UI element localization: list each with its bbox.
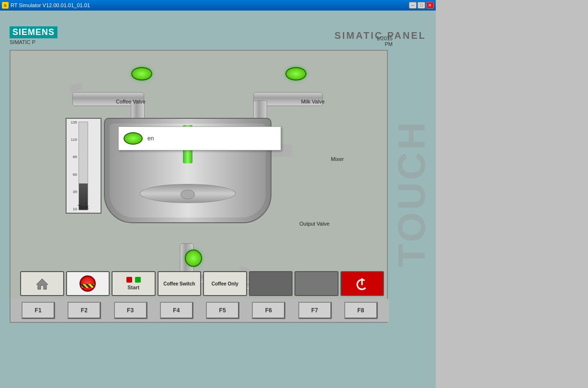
propeller-center (181, 190, 195, 199)
label-milk-valve: Milk Valve (301, 99, 325, 104)
level-110: 110 (67, 137, 78, 142)
start-label: Start (127, 285, 139, 290)
popup-text: en (147, 135, 276, 142)
app-icon: S (2, 2, 9, 9)
start-button[interactable]: Start (112, 271, 156, 296)
estop-stripe (81, 284, 94, 288)
output-valve-indicator (185, 250, 202, 267)
title-text: RT Simulator V12.00.01.01_01.01 (11, 2, 90, 8)
start-indicators (126, 277, 141, 283)
estop-circle (79, 275, 96, 292)
level-60: 60 (67, 172, 78, 177)
level-35: 35 (67, 190, 78, 194)
indicator-green (135, 277, 141, 283)
label-tank: Tank (78, 204, 89, 210)
estop-button[interactable] (66, 271, 110, 296)
power-icon (354, 276, 370, 291)
fkey-f1[interactable]: F1 (22, 302, 55, 319)
datetime-date: 1/2015 (376, 35, 393, 41)
fkey-f6[interactable]: F6 (252, 302, 285, 319)
dark-button-2[interactable] (294, 271, 339, 296)
power-button[interactable] (340, 271, 384, 296)
fkey-bar: F1 F2 F3 F4 F5 F6 F7 F8 (11, 299, 389, 322)
siemens-logo: SIEMENS (10, 26, 57, 38)
level-indicator: 135 110 85 60 35 10 (66, 118, 102, 214)
fkey-f7[interactable]: F7 (298, 302, 332, 319)
main-panel: Coffee Valve Milk Valve 135 110 85 60 35… (10, 50, 388, 323)
maximize-button[interactable]: □ (418, 2, 425, 9)
label-mixer: Mixer (331, 156, 344, 162)
datetime-area: 1/2015 PM (376, 35, 393, 47)
touch-text: TOUCH (393, 120, 431, 267)
bottom-toolbar: Start Coffee Switch Coffee Only (20, 269, 384, 298)
svg-marker-7 (36, 279, 48, 289)
fkey-f4[interactable]: F4 (160, 302, 193, 319)
level-85: 85 (67, 155, 78, 159)
home-button[interactable] (20, 271, 64, 296)
simatic-label: SIMATIC P (10, 39, 57, 45)
label-coffee-valve: Coffee Valve (116, 99, 146, 104)
siemens-header: SIEMENS SIMATIC P 1/2015 PM SIMATIC PANE… (0, 21, 436, 50)
coffee-switch-button[interactable]: Coffee Switch (158, 271, 202, 296)
fkey-f2[interactable]: F2 (68, 302, 101, 319)
level-135: 135 (67, 120, 78, 125)
popup-green-dot (124, 132, 143, 145)
level-bar-bg (79, 122, 88, 210)
minimize-button[interactable]: ─ (409, 2, 417, 9)
level-10: 10 (67, 207, 78, 211)
label-output-valve: Output Valve (299, 221, 329, 227)
coffee-valve-indicator (131, 67, 152, 80)
title-bar-text: S RT Simulator V12.00.01.01_01.01 (2, 2, 90, 9)
level-scale: 135 110 85 60 35 10 (67, 119, 78, 213)
title-bar: S RT Simulator V12.00.01.01_01.01 ─ □ ✕ (0, 0, 436, 11)
start-box: Start (126, 277, 141, 290)
datetime-time: PM (376, 41, 393, 47)
touch-watermark: TOUCH (393, 50, 431, 337)
dark-button-1[interactable] (249, 271, 293, 296)
coffee-only-label: Coffee Only (212, 281, 238, 286)
coffee-switch-label: Coffee Switch (163, 281, 195, 286)
fkey-f3[interactable]: F3 (114, 302, 147, 319)
fkey-f8[interactable]: F8 (344, 302, 378, 319)
siemens-logo-area: SIEMENS SIMATIC P (10, 26, 57, 45)
panel-container: SIEMENS SIMATIC P 1/2015 PM SIMATIC PANE… (0, 11, 436, 388)
coffee-only-button[interactable]: Coffee Only (203, 271, 247, 296)
close-button[interactable]: ✕ (426, 2, 434, 9)
fkey-f5[interactable]: F5 (206, 302, 239, 319)
window-controls: ─ □ ✕ (409, 2, 434, 9)
home-icon (35, 277, 49, 290)
popup-overlay: en (118, 126, 281, 150)
indicator-red (126, 277, 132, 283)
milk-valve-indicator (285, 67, 306, 80)
